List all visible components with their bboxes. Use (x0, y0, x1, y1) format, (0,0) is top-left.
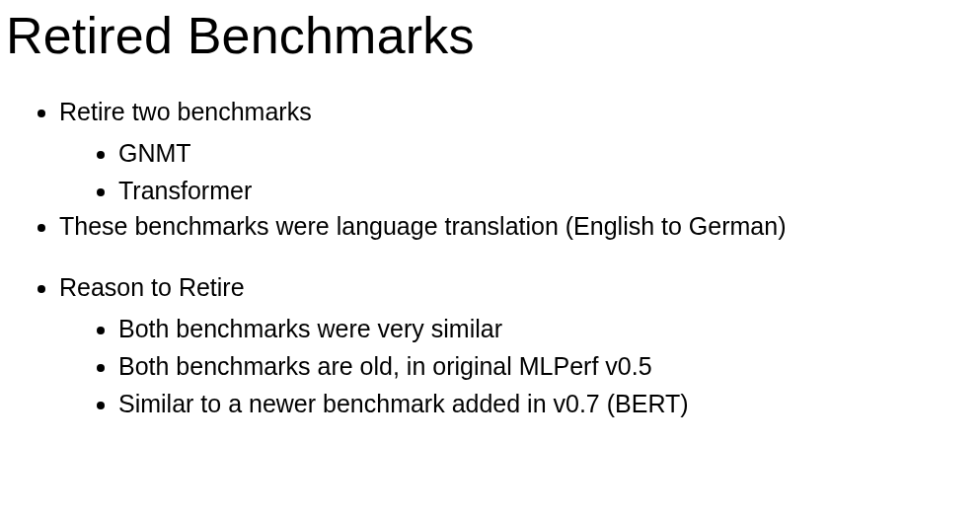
bullet-list: Retire two benchmarks GNMT Transformer T… (0, 96, 980, 422)
subbullet-bert: Similar to a newer benchmark added in v0… (118, 386, 980, 421)
bullet-reason: Reason to Retire Both benchmarks were ve… (59, 271, 980, 422)
subbullet-gnmt: GNMT (118, 135, 980, 171)
slide-title: Retired Benchmarks (0, 0, 980, 64)
bullet-text: Retire two benchmarks (59, 98, 312, 125)
subbullet-transformer: Transformer (118, 173, 980, 208)
slide: Retired Benchmarks Retire two benchmarks… (0, 0, 980, 516)
bullet-text: Reason to Retire (59, 273, 245, 301)
subbullet-similar: Both benchmarks were very similar (118, 311, 980, 346)
bullet-retire-two: Retire two benchmarks GNMT Transformer (59, 96, 980, 208)
sublist-retire-two: GNMT Transformer (59, 135, 980, 209)
sublist-reason: Both benchmarks were very similar Both b… (59, 311, 980, 422)
subbullet-old: Both benchmarks are old, in original MLP… (118, 348, 980, 384)
bullet-translation: These benchmarks were language translati… (59, 210, 980, 244)
